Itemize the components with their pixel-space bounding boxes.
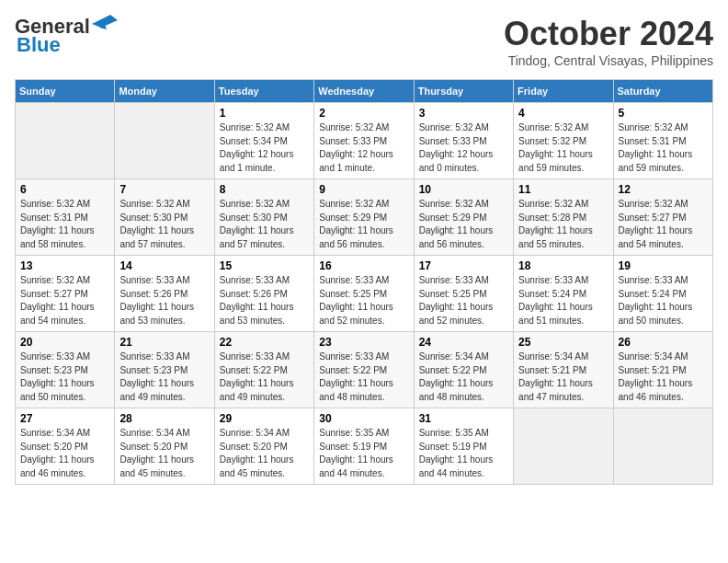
calendar-cell: 26 Sunrise: 5:34 AM Sunset: 5:21 PM Dayl… [613,332,712,408]
day-info: Sunrise: 5:35 AM Sunset: 5:19 PM Dayligh… [319,427,408,480]
day-info: Sunrise: 5:34 AM Sunset: 5:20 PM Dayligh… [119,427,209,480]
day-number: 17 [419,259,508,272]
calendar-cell: 23 Sunrise: 5:33 AM Sunset: 5:22 PM Dayl… [314,332,414,408]
day-number: 15 [220,259,309,272]
day-number: 14 [119,259,209,272]
calendar-cell: 19 Sunrise: 5:33 AM Sunset: 5:24 PM Dayl… [613,256,712,332]
day-info: Sunrise: 5:33 AM Sunset: 5:25 PM Dayligh… [319,274,408,327]
day-info: Sunrise: 5:33 AM Sunset: 5:24 PM Dayligh… [619,274,708,327]
day-info: Sunrise: 5:32 AM Sunset: 5:31 PM Dayligh… [619,121,708,175]
day-info: Sunrise: 5:32 AM Sunset: 5:34 PM Dayligh… [220,121,309,175]
day-number: 10 [419,183,508,196]
col-header-monday: Monday [115,80,214,103]
day-info: Sunrise: 5:33 AM Sunset: 5:22 PM Dayligh… [319,350,408,404]
day-info: Sunrise: 5:32 AM Sunset: 5:33 PM Dayligh… [319,121,408,175]
day-info: Sunrise: 5:33 AM Sunset: 5:26 PM Dayligh… [220,274,309,327]
calendar-cell: 24 Sunrise: 5:34 AM Sunset: 5:22 PM Dayl… [414,332,513,408]
day-info: Sunrise: 5:32 AM Sunset: 5:27 PM Dayligh… [20,274,109,327]
day-number: 1 [220,107,309,120]
calendar-cell: 5 Sunrise: 5:32 AM Sunset: 5:31 PM Dayli… [613,103,712,179]
day-info: Sunrise: 5:33 AM Sunset: 5:23 PM Dayligh… [119,350,209,404]
day-number: 19 [619,259,708,272]
calendar-cell: 9 Sunrise: 5:32 AM Sunset: 5:29 PM Dayli… [314,179,414,256]
calendar-cell: 28 Sunrise: 5:34 AM Sunset: 5:20 PM Dayl… [115,408,214,485]
calendar-cell: 17 Sunrise: 5:33 AM Sunset: 5:25 PM Dayl… [414,256,513,332]
title-block: October 2024 Tindog, Central Visayas, Ph… [504,15,713,68]
calendar-cell [115,103,214,179]
calendar-cell: 2 Sunrise: 5:32 AM Sunset: 5:33 PM Dayli… [314,103,414,179]
day-number: 7 [119,183,209,196]
day-number: 28 [119,412,209,425]
calendar-cell [613,408,712,485]
day-number: 12 [619,183,708,196]
day-info: Sunrise: 5:33 AM Sunset: 5:25 PM Dayligh… [419,274,508,327]
calendar-cell: 13 Sunrise: 5:32 AM Sunset: 5:27 PM Dayl… [16,256,115,332]
day-number: 27 [20,412,109,425]
day-info: Sunrise: 5:33 AM Sunset: 5:23 PM Dayligh… [20,350,109,404]
calendar-cell: 29 Sunrise: 5:34 AM Sunset: 5:20 PM Dayl… [214,408,313,485]
calendar-cell: 15 Sunrise: 5:33 AM Sunset: 5:26 PM Dayl… [214,256,313,332]
day-number: 29 [220,412,309,425]
page-header: General Blue October 2024 Tindog, Centra… [15,15,713,68]
day-number: 30 [319,412,408,425]
col-header-thursday: Thursday [414,80,513,103]
month-title: October 2024 [504,15,713,53]
day-info: Sunrise: 5:34 AM Sunset: 5:21 PM Dayligh… [518,350,608,404]
day-number: 8 [220,183,309,196]
calendar-cell [16,103,115,179]
calendar-cell: 31 Sunrise: 5:35 AM Sunset: 5:19 PM Dayl… [414,408,513,485]
col-header-sunday: Sunday [16,80,115,103]
day-number: 4 [518,107,608,120]
day-number: 20 [20,336,109,349]
day-info: Sunrise: 5:32 AM Sunset: 5:28 PM Dayligh… [518,198,608,251]
day-info: Sunrise: 5:32 AM Sunset: 5:30 PM Dayligh… [119,198,209,251]
calendar-cell: 16 Sunrise: 5:33 AM Sunset: 5:25 PM Dayl… [314,256,414,332]
calendar-table: SundayMondayTuesdayWednesdayThursdayFrid… [15,79,713,485]
day-info: Sunrise: 5:33 AM Sunset: 5:26 PM Dayligh… [119,274,209,327]
location-subtitle: Tindog, Central Visayas, Philippines [504,53,713,68]
day-number: 13 [20,259,109,272]
day-info: Sunrise: 5:32 AM Sunset: 5:30 PM Dayligh… [220,198,309,251]
day-info: Sunrise: 5:32 AM Sunset: 5:32 PM Dayligh… [518,121,608,175]
logo-blue: Blue [15,33,61,57]
calendar-cell: 20 Sunrise: 5:33 AM Sunset: 5:23 PM Dayl… [16,332,115,408]
calendar-cell [514,408,613,485]
col-header-saturday: Saturday [613,80,712,103]
day-number: 11 [518,183,608,196]
day-info: Sunrise: 5:32 AM Sunset: 5:31 PM Dayligh… [20,198,109,251]
day-number: 25 [518,336,608,349]
day-number: 6 [20,183,109,196]
calendar-cell: 12 Sunrise: 5:32 AM Sunset: 5:27 PM Dayl… [613,179,712,256]
day-number: 2 [319,107,408,120]
day-number: 9 [319,183,408,196]
calendar-cell: 6 Sunrise: 5:32 AM Sunset: 5:31 PM Dayli… [16,179,115,256]
calendar-cell: 25 Sunrise: 5:34 AM Sunset: 5:21 PM Dayl… [514,332,613,408]
calendar-cell: 8 Sunrise: 5:32 AM Sunset: 5:30 PM Dayli… [214,179,313,256]
day-info: Sunrise: 5:32 AM Sunset: 5:29 PM Dayligh… [319,198,408,251]
calendar-cell: 21 Sunrise: 5:33 AM Sunset: 5:23 PM Dayl… [115,332,214,408]
day-info: Sunrise: 5:32 AM Sunset: 5:27 PM Dayligh… [619,198,708,251]
day-info: Sunrise: 5:33 AM Sunset: 5:24 PM Dayligh… [518,274,608,327]
day-info: Sunrise: 5:32 AM Sunset: 5:29 PM Dayligh… [419,198,508,251]
logo: General Blue [15,15,118,57]
day-info: Sunrise: 5:32 AM Sunset: 5:33 PM Dayligh… [419,121,508,175]
day-number: 24 [419,336,508,349]
logo-plane-icon [92,15,118,31]
col-header-friday: Friday [514,80,613,103]
calendar-cell: 11 Sunrise: 5:32 AM Sunset: 5:28 PM Dayl… [514,179,613,256]
calendar-cell: 14 Sunrise: 5:33 AM Sunset: 5:26 PM Dayl… [115,256,214,332]
calendar-cell: 18 Sunrise: 5:33 AM Sunset: 5:24 PM Dayl… [514,256,613,332]
day-number: 16 [319,259,408,272]
day-info: Sunrise: 5:35 AM Sunset: 5:19 PM Dayligh… [419,427,508,480]
day-number: 31 [419,412,508,425]
day-info: Sunrise: 5:34 AM Sunset: 5:22 PM Dayligh… [419,350,508,404]
day-number: 5 [619,107,708,120]
col-header-wednesday: Wednesday [314,80,414,103]
calendar-cell: 3 Sunrise: 5:32 AM Sunset: 5:33 PM Dayli… [414,103,513,179]
calendar-cell: 22 Sunrise: 5:33 AM Sunset: 5:22 PM Dayl… [214,332,313,408]
calendar-cell: 7 Sunrise: 5:32 AM Sunset: 5:30 PM Dayli… [115,179,214,256]
col-header-tuesday: Tuesday [214,80,313,103]
calendar-cell: 30 Sunrise: 5:35 AM Sunset: 5:19 PM Dayl… [314,408,414,485]
day-number: 26 [619,336,708,349]
day-info: Sunrise: 5:34 AM Sunset: 5:20 PM Dayligh… [220,427,309,480]
